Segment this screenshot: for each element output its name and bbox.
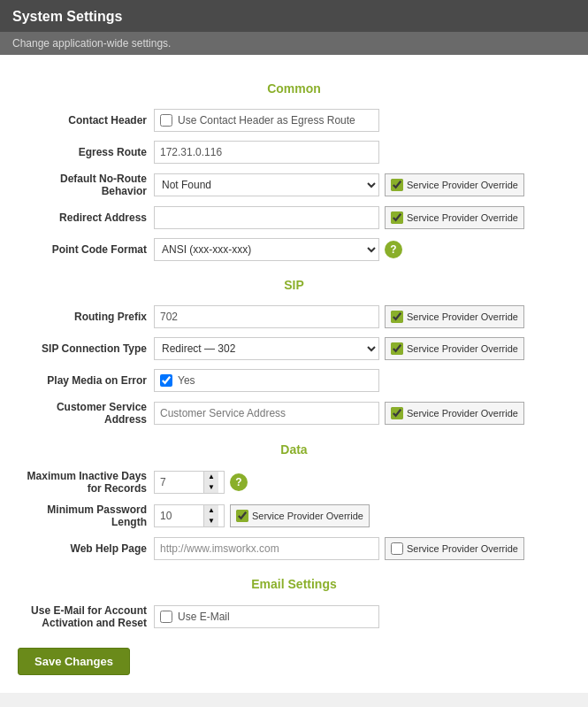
customer-service-input[interactable] <box>154 402 379 425</box>
max-inactive-days-row: Maximum Inactive Daysfor Records ▲ ▼ ? <box>18 465 570 499</box>
use-email-checkbox[interactable] <box>160 611 172 623</box>
use-email-row: Use E-Mail for AccountActivation and Res… <box>18 600 570 634</box>
point-code-help-icon[interactable]: ? <box>385 241 402 258</box>
routing-prefix-override-checkbox[interactable] <box>391 311 403 323</box>
default-no-route-override: Service Provider Override <box>385 173 524 196</box>
min-password-override: Service Provider Override <box>230 504 370 527</box>
use-email-label: Use E-Mail for AccountActivation and Res… <box>18 600 150 634</box>
routing-prefix-row: Routing Prefix Service Provider Override <box>18 301 570 333</box>
web-help-page-override-checkbox[interactable] <box>391 542 403 555</box>
point-code-format-row: Point Code Format ANSI (xxx-xxx-xxx) ITU… <box>18 234 570 265</box>
sip-connection-type-override: Service Provider Override <box>385 337 524 360</box>
customer-service-field: Service Provider Override <box>154 402 567 425</box>
play-media-label: Play Media on Error <box>18 365 150 396</box>
egress-route-row: Egress Route <box>18 136 570 168</box>
email-form: Use E-Mail for AccountActivation and Res… <box>18 600 570 634</box>
min-password-down[interactable]: ▼ <box>204 516 218 526</box>
routing-prefix-override-label: Service Provider Override <box>407 311 518 322</box>
redirect-address-override: Service Provider Override <box>385 206 524 229</box>
redirect-address-label: Redirect Address <box>18 202 150 234</box>
section-sip-title: SIP <box>18 278 570 292</box>
max-inactive-days-label: Maximum Inactive Daysfor Records <box>18 465 150 499</box>
egress-route-label: Egress Route <box>18 136 150 168</box>
customer-service-row: Customer ServiceAddress Service Provider… <box>18 396 570 430</box>
page-subtitle: Change application-wide settings. <box>12 37 171 50</box>
default-no-route-field: Not Found Redirect — 302 Service Unavail… <box>154 173 567 196</box>
min-password-override-label: Service Provider Override <box>252 511 363 521</box>
default-no-route-override-checkbox[interactable] <box>391 179 403 191</box>
use-email-checkbox-label: Use E-Mail <box>178 611 230 623</box>
sip-connection-type-override-label: Service Provider Override <box>407 343 518 354</box>
section-common-title: Common <box>18 81 570 96</box>
play-media-checkbox[interactable] <box>160 374 172 387</box>
web-help-page-input[interactable] <box>154 537 379 560</box>
point-code-format-select[interactable]: ANSI (xxx-xxx-xxx) ITU (x-xxx-x) <box>154 238 379 261</box>
routing-prefix-label: Routing Prefix <box>18 301 150 333</box>
customer-service-label: Customer ServiceAddress <box>18 396 150 430</box>
contact-header-label: Contact Header <box>18 104 150 136</box>
common-form: Contact Header Use Contact Header as Egr… <box>18 104 570 265</box>
default-no-route-row: Default No-RouteBehavior Not Found Redir… <box>18 168 570 202</box>
save-changes-button[interactable]: Save Changes <box>18 648 130 675</box>
customer-service-override-label: Service Provider Override <box>407 408 518 419</box>
routing-prefix-field: Service Provider Override <box>154 305 567 328</box>
section-data-title: Data <box>18 442 570 457</box>
min-password-field: ▲ ▼ Service Provider Override <box>154 504 567 527</box>
contact-header-checkbox[interactable] <box>160 114 172 127</box>
sip-connection-type-row: SIP Connection Type Redirect — 302 Proxy… <box>18 333 570 365</box>
sip-form: Routing Prefix Service Provider Override… <box>18 301 570 430</box>
min-password-override-checkbox[interactable] <box>236 510 248 522</box>
sip-connection-type-label: SIP Connection Type <box>18 333 150 365</box>
max-inactive-days-spinner: ▲ ▼ <box>154 471 225 494</box>
customer-service-override: Service Provider Override <box>385 402 524 425</box>
page-header: System Settings Change application-wide … <box>0 0 588 55</box>
sip-connection-type-field: Redirect — 302 Proxy B2BUA Service Provi… <box>154 337 567 360</box>
max-inactive-days-up[interactable]: ▲ <box>204 472 218 482</box>
contact-header-row: Contact Header Use Contact Header as Egr… <box>18 104 570 136</box>
max-inactive-days-input[interactable] <box>155 472 203 493</box>
web-help-page-row: Web Help Page Service Provider Override <box>18 533 570 565</box>
web-help-page-field: Service Provider Override <box>154 537 567 560</box>
page-title: System Settings <box>12 9 576 25</box>
web-help-page-override-label: Service Provider Override <box>407 543 518 554</box>
section-email-title: Email Settings <box>18 577 570 591</box>
routing-prefix-override: Service Provider Override <box>385 305 524 328</box>
default-no-route-label: Default No-RouteBehavior <box>18 168 150 202</box>
min-password-input[interactable] <box>155 505 203 526</box>
use-email-checkbox-field: Use E-Mail <box>154 605 379 628</box>
redirect-address-override-label: Service Provider Override <box>407 212 518 223</box>
web-help-page-override: Service Provider Override <box>385 537 524 560</box>
play-media-row: Play Media on Error Yes <box>18 365 570 396</box>
sip-connection-type-override-checkbox[interactable] <box>391 342 403 355</box>
min-password-label: Minimum PasswordLength <box>18 499 150 533</box>
routing-prefix-input[interactable] <box>154 305 379 328</box>
min-password-row: Minimum PasswordLength ▲ ▼ Service Provi… <box>18 499 570 533</box>
play-media-checkbox-label: Yes <box>178 374 195 387</box>
point-code-format-field: ANSI (xxx-xxx-xxx) ITU (x-xxx-x) ? <box>154 238 567 261</box>
egress-route-input[interactable] <box>154 141 379 164</box>
contact-header-checkbox-label: Use Contact Header as Egress Route <box>178 114 355 127</box>
default-no-route-select[interactable]: Not Found Redirect — 302 Service Unavail… <box>154 173 379 196</box>
max-inactive-days-down[interactable]: ▼ <box>204 482 218 493</box>
max-inactive-days-field: ▲ ▼ ? <box>154 471 567 494</box>
customer-service-override-checkbox[interactable] <box>391 407 403 419</box>
default-no-route-override-label: Service Provider Override <box>407 180 518 190</box>
redirect-address-override-checkbox[interactable] <box>391 211 403 224</box>
content-area: Common Contact Header Use Contact Header… <box>0 55 588 693</box>
play-media-checkbox-field: Yes <box>154 369 379 392</box>
redirect-address-field: Service Provider Override <box>154 206 567 229</box>
point-code-format-label: Point Code Format <box>18 234 150 265</box>
max-inactive-days-help-icon[interactable]: ? <box>230 473 248 491</box>
min-password-up[interactable]: ▲ <box>204 505 218 516</box>
data-form: Maximum Inactive Daysfor Records ▲ ▼ ? M… <box>18 465 570 565</box>
min-password-spinner: ▲ ▼ <box>154 504 225 527</box>
redirect-address-row: Redirect Address Service Provider Overri… <box>18 202 570 234</box>
contact-header-checkbox-field: Use Contact Header as Egress Route <box>154 109 379 132</box>
redirect-address-input[interactable] <box>154 206 379 229</box>
web-help-page-label: Web Help Page <box>18 533 150 565</box>
sip-connection-type-select[interactable]: Redirect — 302 Proxy B2BUA <box>154 337 379 360</box>
